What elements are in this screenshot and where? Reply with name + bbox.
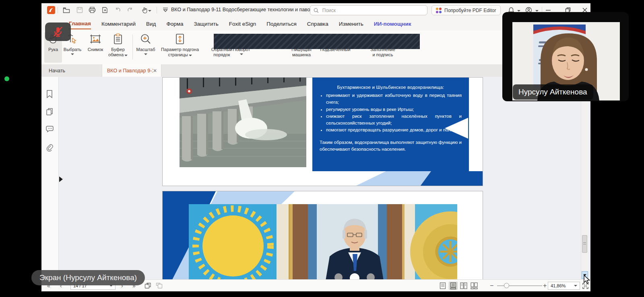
clipboard-icon xyxy=(113,32,123,46)
snapshot-button[interactable]: Снимок xyxy=(85,32,106,52)
pdf-editor-logo-icon xyxy=(436,8,442,13)
attachments-panel-icon[interactable] xyxy=(45,143,54,152)
viewer-area: Бухтарминское и Шульбинское водохранилищ… xyxy=(41,77,590,279)
menu-protect[interactable]: Защитить xyxy=(194,18,218,29)
screen-share-label: Экран (Нурсулу Айткенова) xyxy=(31,270,145,285)
menu-comment[interactable]: Комментарий xyxy=(101,18,136,29)
menu-share[interactable]: Поделиться xyxy=(266,18,297,29)
zoom-magnifier-icon xyxy=(140,32,151,46)
divider xyxy=(58,7,58,13)
comments-panel-icon[interactable] xyxy=(45,125,54,134)
divider xyxy=(157,7,157,13)
page-fit-icon xyxy=(175,32,185,46)
zoom-tool-button[interactable]: Масштаб xyxy=(134,32,157,55)
vertical-scrollbar[interactable] xyxy=(581,77,588,279)
zoom-level-field[interactable]: 41,86% xyxy=(548,282,580,290)
customize-toolbar-icon[interactable] xyxy=(161,6,169,14)
facing-pages-layout-icon[interactable] xyxy=(459,282,468,290)
reverse-order-label-2: порядок xyxy=(213,52,230,57)
dropdown-arrow-icon xyxy=(189,55,192,56)
bookmarks-panel-icon[interactable] xyxy=(45,90,54,98)
screen: ВКО и Павлодар 9-11 Водосберегающие техн… xyxy=(0,0,644,297)
save-icon[interactable] xyxy=(76,6,84,14)
screen-share-label-text: Экран (Нурсулу Айткенова) xyxy=(39,273,137,282)
participant-name-tag: Нурсулу Айткенова xyxy=(513,84,593,100)
expand-panel-arrow-icon[interactable] xyxy=(59,176,63,182)
redacted-toolbar-region xyxy=(214,34,420,49)
tab-start-label: Начать xyxy=(49,68,65,74)
participant-video-tile[interactable]: Нурсулу Айткенова xyxy=(502,12,629,101)
zoom-value: 41,86% xyxy=(551,283,566,288)
page-fit-button[interactable]: Параметр подгона страницы xyxy=(156,32,204,57)
search-icon xyxy=(314,8,319,13)
tab-document[interactable]: ВКО и Павлодар 9-1... ✕ xyxy=(102,64,161,77)
clipboard-button[interactable]: Буфер обмена xyxy=(106,32,130,57)
zoom-out-button[interactable]: − xyxy=(490,280,493,291)
menu-esign[interactable]: Foxit eSign xyxy=(229,18,256,29)
tab-close-icon[interactable]: ✕ xyxy=(153,68,157,74)
snapshot-icon xyxy=(89,32,101,46)
previous-view-icon[interactable] xyxy=(144,280,151,291)
try-pdf-editor-label: Попробуйте PDF Editor xyxy=(444,8,496,13)
dropdown-arrow-icon xyxy=(124,55,128,56)
pdf-page-14-top: Бухтарминское и Шульбинское водохранилищ… xyxy=(162,77,483,186)
snapshot-label: Снимок xyxy=(88,47,103,52)
typewriter-label-2: машинка xyxy=(292,52,311,57)
zoom-tool-label: Масштаб xyxy=(136,47,155,52)
foxit-logo-icon xyxy=(47,6,55,14)
zoom-dropdown-icon xyxy=(574,285,577,287)
status-green-dot xyxy=(4,76,9,81)
scrollbar-thumb[interactable] xyxy=(582,235,587,253)
mouse-cursor xyxy=(582,275,591,285)
menu-view[interactable]: Вид xyxy=(146,18,156,29)
page-fit-label-1: Параметр подгона xyxy=(161,47,199,52)
facing-continuous-layout-icon[interactable] xyxy=(470,282,479,290)
mic-slash-icon xyxy=(53,26,63,37)
menu-form[interactable]: Форма xyxy=(166,18,183,29)
undo-icon[interactable] xyxy=(114,6,122,14)
export-page-icon[interactable] xyxy=(101,6,109,14)
divider xyxy=(132,35,133,59)
hand-tool-label: Рука xyxy=(48,47,58,52)
print-icon[interactable] xyxy=(88,6,96,14)
participant-name: Нурсулу Айткенова xyxy=(518,88,587,96)
search-box[interactable] xyxy=(310,5,427,15)
zoom-in-button[interactable]: + xyxy=(543,280,547,291)
zoom-slider-thumb[interactable] xyxy=(504,283,509,288)
page-fit-label-2: страницы xyxy=(168,52,188,57)
select-tool-label: Выбрать xyxy=(64,47,81,52)
next-view-icon[interactable] xyxy=(156,280,163,291)
clipboard-label-1: Буфер xyxy=(111,47,125,52)
continuous-layout-icon[interactable] xyxy=(449,282,458,290)
dropdown-arrow-icon xyxy=(144,53,147,55)
pages-panel-icon[interactable] xyxy=(45,107,54,116)
fill-sign-label-2: и подпись xyxy=(373,52,393,57)
microphone-muted-badge[interactable] xyxy=(45,23,71,41)
single-page-layout-icon[interactable] xyxy=(438,282,447,290)
open-folder-icon[interactable] xyxy=(62,6,70,14)
clipboard-label-2: обмена xyxy=(108,52,124,57)
search-input[interactable] xyxy=(322,7,424,14)
president-speech-photo xyxy=(189,204,457,279)
pdf-page-15-partial xyxy=(162,191,483,279)
navigation-sidebar xyxy=(41,77,59,279)
menu-home[interactable]: Главная xyxy=(69,18,91,29)
hand-tool-quick-icon[interactable] xyxy=(140,6,153,14)
tab-start[interactable]: Начать xyxy=(41,64,102,77)
dropdown-arrow-icon xyxy=(240,53,243,55)
dropdown-arrow-icon xyxy=(148,10,151,12)
menu-help[interactable]: Справка xyxy=(307,18,328,29)
menu-ai-assistant[interactable]: ИИ-помощник xyxy=(374,18,411,29)
redo-icon[interactable] xyxy=(126,6,134,14)
dropdown-arrow-icon xyxy=(71,53,74,55)
slide-decor-shapes xyxy=(163,78,483,186)
tab-document-label: ВКО и Павлодар 9-1... xyxy=(107,68,153,74)
try-pdf-editor-button[interactable]: Попробуйте PDF Editor xyxy=(431,5,501,15)
document-title: ВКО и Павлодар 9-11 Водосберегающие техн… xyxy=(171,7,310,12)
menu-edit[interactable]: Изменить xyxy=(339,18,363,29)
